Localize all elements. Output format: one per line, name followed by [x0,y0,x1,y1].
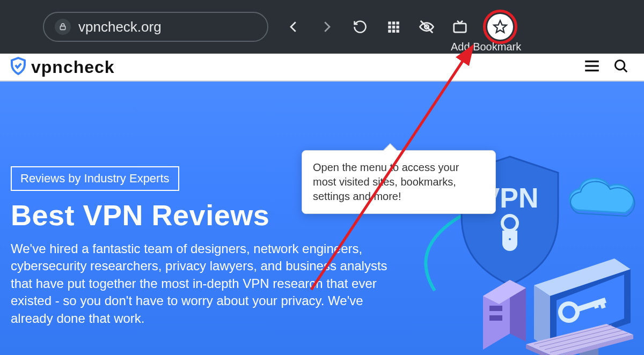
lock-icon [55,19,71,35]
hero-body: We've hired a fantastic team of designer… [11,240,408,327]
svg-rect-2 [392,21,395,24]
toolbar-icon-group [284,11,516,43]
quicklaunch-tooltip: Open the menu to access your most visite… [302,150,496,214]
site-brand[interactable]: vpncheck [9,56,115,78]
tooltip-text: Open the menu to access your most visite… [313,161,459,202]
site-header-right [583,57,629,77]
svg-rect-5 [392,26,395,28]
site-header: vpncheck [0,54,644,80]
forward-icon[interactable] [318,18,336,36]
back-icon[interactable] [284,18,303,36]
menu-icon[interactable] [583,57,601,77]
hero-section: Reviews by Industry Experts Best VPN Rev… [0,80,644,355]
brand-text: vpncheck [31,57,115,77]
bookmark-button[interactable] [484,11,516,43]
svg-rect-0 [60,26,65,30]
svg-marker-13 [494,20,506,32]
svg-rect-8 [392,29,395,32]
hero-tag: Reviews by Industry Experts [11,166,179,191]
star-icon [493,19,508,34]
svg-rect-24 [489,306,502,311]
privacy-eye-off-icon[interactable] [418,18,436,36]
svg-rect-12 [454,24,466,32]
url-bar[interactable]: vpncheck.org [43,12,268,42]
brand-shield-icon [9,56,28,78]
bookmark-tooltip-label: Add Bookmark [451,41,521,53]
tv-icon[interactable] [451,18,469,36]
apps-grid-icon[interactable] [384,18,402,36]
svg-rect-4 [388,26,391,28]
svg-line-18 [624,69,627,72]
svg-rect-6 [396,26,399,28]
svg-point-17 [615,60,625,70]
svg-rect-9 [396,29,399,32]
svg-rect-25 [489,315,502,321]
svg-rect-1 [388,21,391,24]
reload-icon[interactable] [351,18,369,36]
search-icon[interactable] [613,58,629,76]
bookmark-button-bg [487,14,513,40]
url-text: vpncheck.org [78,19,162,35]
svg-rect-7 [388,29,391,32]
browser-toolbar: vpncheck.org Add Bookmark [0,0,644,54]
svg-point-20 [507,236,513,242]
svg-rect-3 [396,21,399,24]
